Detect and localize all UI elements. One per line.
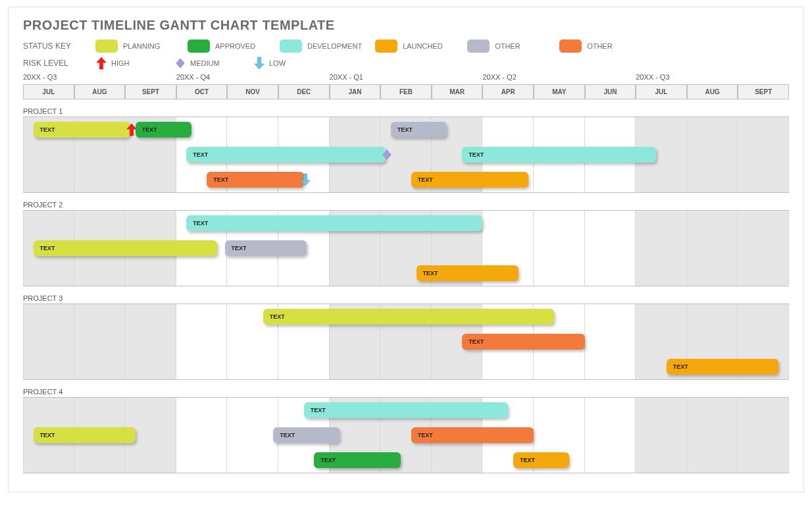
month-header-cell: NOV (227, 85, 278, 99)
risk-low-label: LOW (269, 59, 286, 67)
project-title: PROJECT 2 (23, 198, 789, 210)
legend-development-label: DEVELOPMENT (307, 42, 362, 50)
arrow-down-icon (253, 57, 265, 70)
gantt-bar[interactable]: TEXT (186, 147, 386, 163)
swatch-planning (95, 40, 118, 53)
arrow-up-icon (95, 57, 107, 70)
gantt-bar[interactable]: TEXT (273, 427, 340, 443)
month-header-cell: MAR (432, 85, 483, 99)
arrow-down-icon (299, 173, 311, 186)
legend-planning-label: PLANNING (123, 42, 160, 50)
gantt-bar[interactable]: TEXT (411, 172, 528, 188)
month-header-cell: OCT (176, 85, 228, 99)
gantt-bar[interactable]: TEXT (34, 240, 217, 256)
quarter-label: 20XX - Q3 (636, 73, 669, 81)
month-header-cell: JUL (23, 85, 74, 99)
month-header-cell: SEPT (738, 85, 789, 99)
legend-approved: APPROVED (188, 40, 266, 53)
risk-level-label: RISK LEVEL (23, 59, 82, 68)
month-header-cell: FEB (380, 85, 432, 99)
legend-launched-label: LAUNCHED (403, 42, 443, 50)
legend-approved-label: APPROVED (215, 42, 255, 50)
project-section: PROJECT 1TEXTTEXTTEXTTEXTTEXTTEXTTEXT (23, 105, 789, 193)
month-header-cell: AUG (74, 85, 126, 99)
project-rows-area: TEXTTEXTTEXTTEXTTEXTTEXTTEXT (23, 117, 789, 193)
month-header-cell: AUG (687, 85, 738, 99)
gantt-bar[interactable]: TEXT (207, 172, 303, 188)
month-header-cell: APR (482, 85, 534, 99)
gantt-bar[interactable]: TEXT (34, 427, 136, 443)
quarter-label: 20XX - Q3 (23, 73, 57, 81)
month-header-cell: JUN (585, 85, 636, 99)
project-title: PROJECT 3 (23, 292, 789, 304)
risk-legend-row: RISK LEVEL HIGH MEDIUM LOW (23, 57, 789, 70)
page-title: PROJECT TIMELINE GANTT CHART TEMPLATE (23, 18, 789, 33)
gantt-bar[interactable]: TEXT (391, 122, 447, 138)
project-section: PROJECT 3TEXTTEXTTEXT (23, 292, 789, 380)
month-header-cell: SEPT (125, 85, 176, 99)
gantt-bar[interactable]: TEXT (186, 215, 482, 231)
projects-container: PROJECT 1TEXTTEXTTEXTTEXTTEXTTEXTTEXTPRO… (23, 105, 789, 473)
project-section: PROJECT 2TEXTTEXTTEXTTEXT (23, 198, 789, 286)
gantt-bar[interactable]: TEXT (417, 265, 519, 281)
month-header-cell: JUL (636, 85, 687, 99)
risk-high: HIGH (95, 57, 161, 70)
diamond-icon (381, 148, 393, 161)
legend-development: DEVELOPMENT (280, 40, 362, 53)
swatch-launched (375, 40, 397, 53)
month-header-cell: JAN (330, 85, 381, 99)
risk-medium: MEDIUM (174, 57, 240, 70)
legend-other-grey: OTHER (467, 40, 546, 53)
quarter-label: 20XX - Q1 (330, 73, 363, 81)
gantt-bar[interactable]: TEXT (462, 334, 584, 350)
gantt-bar[interactable]: TEXT (314, 452, 401, 468)
status-legend-row: STATUS KEY PLANNING APPROVED DEVELOPMENT… (23, 40, 789, 53)
swatch-other-grey (467, 40, 490, 53)
project-rows-area: TEXTTEXTTEXT (23, 304, 789, 380)
status-key-label: STATUS KEY (23, 41, 82, 51)
project-title: PROJECT 4 (23, 385, 789, 397)
gantt-bar[interactable]: TEXT (136, 122, 191, 138)
gantt-bar[interactable]: TEXT (263, 309, 554, 325)
month-header-cell: DEC (278, 85, 330, 99)
risk-low: LOW (253, 57, 319, 70)
gantt-bar[interactable]: TEXT (513, 452, 569, 468)
project-rows-area: TEXTTEXTTEXTTEXTTEXTTEXT (23, 397, 789, 473)
risk-high-label: HIGH (111, 59, 130, 67)
gantt-bar[interactable]: TEXT (411, 427, 534, 443)
legend-launched: LAUNCHED (375, 40, 454, 53)
months-header: JUL20XX - Q3AUGSEPTOCT20XX - Q4NOVDECJAN… (23, 84, 789, 99)
quarter-label: 20XX - Q4 (176, 73, 210, 81)
swatch-approved (188, 40, 210, 53)
gantt-page: PROJECT TIMELINE GANTT CHART TEMPLATE ST… (8, 7, 804, 492)
gantt-bar[interactable]: TEXT (304, 402, 508, 418)
gantt-bar[interactable]: TEXT (462, 147, 656, 163)
gantt-bar[interactable]: TEXT (667, 359, 779, 375)
diamond-icon (174, 57, 186, 70)
legend-other-orange-label: OTHER (587, 42, 613, 50)
project-section: PROJECT 4TEXTTEXTTEXTTEXTTEXTTEXT (23, 385, 789, 473)
legend-other-grey-label: OTHER (495, 42, 520, 50)
month-header-cell: MAY (534, 85, 585, 99)
risk-medium-label: MEDIUM (190, 59, 220, 67)
legend-other-orange: OTHER (559, 40, 638, 53)
legend-planning: PLANNING (95, 40, 174, 53)
swatch-other-orange (559, 40, 582, 53)
project-title: PROJECT 1 (23, 105, 789, 117)
gantt-bar[interactable]: TEXT (225, 240, 307, 256)
project-rows-area: TEXTTEXTTEXTTEXT (23, 210, 789, 286)
quarter-label: 20XX - Q2 (482, 73, 516, 81)
swatch-development (280, 40, 302, 53)
gantt-bar[interactable]: TEXT (34, 122, 130, 138)
